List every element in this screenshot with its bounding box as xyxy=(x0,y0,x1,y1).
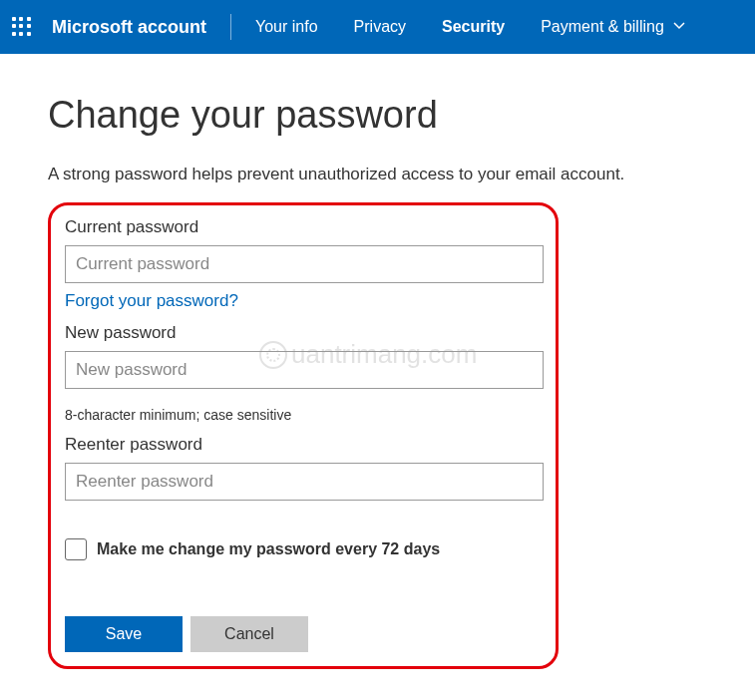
force-change-row: Make me change my password every 72 days xyxy=(65,538,542,560)
current-password-label: Current password xyxy=(65,217,542,237)
chevron-down-icon xyxy=(672,18,686,36)
form-buttons: Save Cancel xyxy=(65,616,542,652)
nav-privacy[interactable]: Privacy xyxy=(336,0,424,54)
nav-payment-billing[interactable]: Payment & billing xyxy=(523,0,704,54)
nav-security[interactable]: Security xyxy=(424,0,523,54)
new-password-input[interactable] xyxy=(65,351,544,389)
new-password-label: New password xyxy=(65,323,542,343)
top-navbar: Microsoft account Your info Privacy Secu… xyxy=(0,0,755,54)
page-subtitle: A strong password helps prevent unauthor… xyxy=(48,165,707,184)
password-helper-text: 8-character minimum; case sensitive xyxy=(65,407,542,423)
forgot-password-link[interactable]: Forgot your password? xyxy=(65,291,238,311)
app-launcher-icon[interactable] xyxy=(12,17,32,37)
password-form-highlight: Current password Forgot your password? N… xyxy=(48,202,559,669)
main-content: Change your password A strong password h… xyxy=(0,54,755,700)
force-change-checkbox[interactable] xyxy=(65,538,87,560)
nav-payment-billing-label: Payment & billing xyxy=(541,18,664,36)
reenter-password-label: Reenter password xyxy=(65,435,542,455)
save-button[interactable]: Save xyxy=(65,616,183,652)
brand-title[interactable]: Microsoft account xyxy=(52,17,224,38)
page-title: Change your password xyxy=(48,94,707,137)
reenter-password-input[interactable] xyxy=(65,463,544,501)
force-change-label: Make me change my password every 72 days xyxy=(97,540,440,558)
current-password-input[interactable] xyxy=(65,245,544,283)
nav-divider xyxy=(230,14,231,40)
cancel-button[interactable]: Cancel xyxy=(190,616,308,652)
nav-your-info[interactable]: Your info xyxy=(237,0,336,54)
